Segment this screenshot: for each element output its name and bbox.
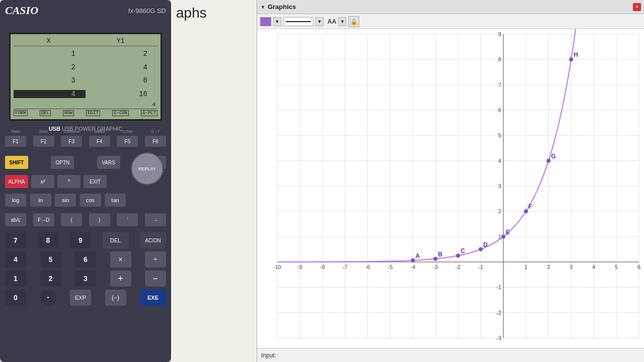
del-button[interactable]: DEL — [103, 232, 129, 248]
graph-area — [257, 29, 644, 348]
key-6[interactable]: 6 — [75, 251, 96, 267]
calculator-screen: X Y1 1 2 2 4 3 8 4 16 4 FORM — [9, 33, 162, 121]
key-4[interactable]: 4 — [5, 251, 26, 267]
tan-button[interactable]: tan — [105, 194, 126, 207]
screen-cursor: 4 — [14, 102, 157, 108]
vars-button[interactable]: VARS — [97, 156, 120, 169]
graph-canvas — [257, 29, 644, 348]
menu-edit: EDIT — [86, 110, 100, 116]
num-row-4: 0 · EXP (−) EXE — [5, 290, 166, 306]
fkey-label-gsolv: G-Solv — [117, 130, 138, 133]
divide-button[interactable]: ÷ — [145, 251, 166, 267]
lparen-button[interactable]: ( — [61, 213, 82, 226]
num-row-1: 7 8 9 DEL AC/ON — [5, 232, 166, 248]
casio-logo: CASIO — [5, 4, 38, 17]
screen-row-4: 4 16 — [14, 90, 157, 98]
fkey-sublabels: Trace Zoom V-Window Sketch G-Solv G→T — [5, 130, 166, 133]
comma-button[interactable]: ' — [117, 213, 138, 226]
math-keys-row: log ln sin cos tan — [5, 194, 126, 207]
f3-button[interactable]: F3 — [61, 136, 82, 147]
key-9[interactable]: 9 — [70, 232, 91, 248]
shift-button[interactable]: SHIFT — [5, 156, 28, 169]
cell-x2: 2 — [14, 63, 86, 71]
multiply-button[interactable]: × — [110, 251, 131, 267]
sin-button[interactable]: sin — [55, 194, 76, 207]
key-7[interactable]: 7 — [5, 232, 26, 248]
input-bar: Input: — [257, 348, 644, 362]
cell-x4: 4 — [14, 90, 86, 98]
key-8[interactable]: 8 — [38, 232, 59, 248]
cell-y2: 4 — [86, 63, 157, 71]
fkey-label-vwindow: V-Window — [61, 130, 82, 133]
model-name: fx-9860G SD — [128, 7, 166, 15]
menu-gcon: G-CON — [112, 110, 129, 116]
dot-button[interactable]: · — [40, 290, 56, 306]
key-5[interactable]: 5 — [40, 251, 61, 267]
caret-button[interactable]: ^ — [57, 175, 80, 188]
graphics-title: Graphics — [268, 3, 631, 11]
x2-button[interactable]: x² — [31, 175, 54, 188]
f5-button[interactable]: F5 — [117, 136, 138, 147]
exe-button[interactable]: EXE — [140, 290, 166, 306]
minus-button[interactable]: − — [145, 270, 166, 287]
cell-y1: 2 — [86, 50, 157, 58]
line-style-preview — [283, 17, 313, 26]
cell-y3: 8 — [86, 76, 157, 84]
num-row-2: 4 5 6 × ÷ — [5, 251, 166, 267]
graphics-toolbar: ▼ ▼ AA ▼ 🔒 — [257, 14, 644, 29]
color-dropdown[interactable]: ▼ — [273, 17, 281, 26]
log-button[interactable]: log — [5, 194, 26, 207]
screen-header: X Y1 — [14, 37, 157, 46]
plus-button[interactable]: + — [110, 270, 131, 287]
alpha-row: ALPHA x² ^ EXIT — [5, 175, 166, 188]
arrow-button[interactable]: → — [145, 213, 166, 226]
menu-row: ROW — [63, 110, 74, 116]
abc-button[interactable]: ab/c — [5, 213, 26, 226]
f6-button[interactable]: F6 — [145, 136, 166, 147]
color-swatch[interactable] — [260, 17, 271, 26]
fkey-label-zoom: Zoom — [33, 130, 54, 133]
calculator-header: CASIO fx-9860G SD — [5, 4, 166, 17]
line-style-dropdown[interactable]: ▼ — [315, 17, 324, 26]
calculator-panel: CASIO fx-9860G SD X Y1 1 2 2 4 3 8 4 16 — [0, 0, 171, 362]
line-style-line — [286, 21, 311, 22]
alpha-button[interactable]: ALPHA — [5, 175, 28, 188]
f1-button[interactable]: F1 — [5, 136, 26, 147]
f4-button[interactable]: F4 — [89, 136, 110, 147]
cell-x3: 3 — [14, 76, 86, 84]
col-x-header: X — [47, 37, 51, 45]
fkey-label-sketch: Sketch — [89, 130, 110, 133]
menu-gplt: G-PLT — [141, 110, 157, 116]
fkey-label-gtt: G→T — [145, 130, 166, 133]
fkey-label-trace: Trace — [5, 130, 26, 133]
graphics-panel: ▼ Graphics × ▼ ▼ AA ▼ 🔒 Input: — [257, 0, 644, 362]
ftoD-button[interactable]: F→D — [33, 213, 54, 226]
screen-row-3: 3 8 — [14, 76, 157, 84]
ac-button[interactable]: AC/ON — [140, 232, 166, 248]
cos-button[interactable]: cos — [80, 194, 101, 207]
close-button[interactable]: × — [633, 3, 641, 11]
screen-row-1: 1 2 — [14, 50, 157, 58]
exp-button[interactable]: EXP — [70, 290, 91, 306]
aa-label: AA — [328, 18, 336, 25]
graphics-titlebar: ▼ Graphics × — [257, 0, 644, 14]
middle-panel: aphs — [171, 0, 257, 362]
input-label: Input: — [261, 352, 276, 359]
key-1[interactable]: 1 — [5, 270, 26, 287]
paren-keys-row: ab/c F→D ( ) ' → — [5, 213, 166, 226]
lock-button[interactable]: 🔒 — [348, 16, 359, 27]
ln-button[interactable]: ln — [30, 194, 51, 207]
f2-button[interactable]: F2 — [33, 136, 54, 147]
key-3[interactable]: 3 — [75, 270, 96, 287]
title-collapse-arrow[interactable]: ▼ — [260, 4, 266, 10]
rparen-button[interactable]: ) — [89, 213, 110, 226]
input-field[interactable] — [278, 350, 640, 360]
aa-dropdown[interactable]: ▼ — [338, 17, 346, 26]
optn-button[interactable]: OPTN — [51, 156, 74, 169]
menu-form: FORM — [14, 110, 28, 116]
key-0[interactable]: 0 — [5, 290, 26, 306]
key-2[interactable]: 2 — [40, 270, 61, 287]
neg-button[interactable]: (−) — [105, 290, 126, 306]
cell-y4: 16 — [86, 90, 157, 98]
exit-button[interactable]: EXIT — [84, 175, 107, 188]
